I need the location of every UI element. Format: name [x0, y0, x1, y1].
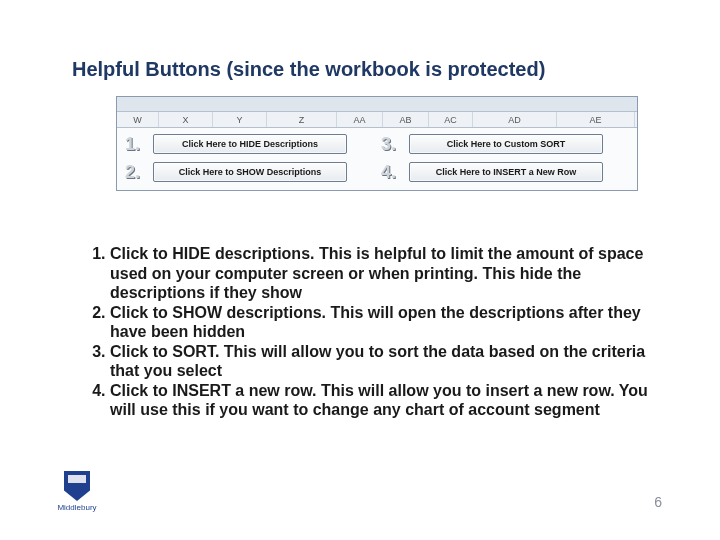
custom-sort-button[interactable]: Click Here to Custom SORT	[409, 134, 603, 154]
hide-descriptions-button[interactable]: Click Here to HIDE Descriptions	[153, 134, 347, 154]
instruction-1: Click to HIDE descriptions. This is help…	[110, 244, 669, 303]
page-number: 6	[654, 494, 662, 510]
logo-text: Middlebury	[52, 503, 102, 512]
label-1: 1.	[125, 134, 140, 155]
label-3: 3.	[381, 134, 396, 155]
shield-icon	[64, 471, 90, 501]
col-header: AA	[337, 112, 383, 127]
label-2: 2.	[125, 162, 140, 183]
instruction-4: Click to INSERT a new row. This will all…	[110, 381, 669, 420]
middlebury-logo: Middlebury	[52, 471, 102, 512]
page-title: Helpful Buttons (since the workbook is p…	[72, 58, 545, 81]
instruction-2: Click to SHOW descriptions. This will op…	[110, 303, 669, 342]
col-header: Z	[267, 112, 337, 127]
excel-grid: 1. 2. 3. 4. Click Here to HIDE Descripti…	[117, 128, 637, 190]
excel-screenshot: W X Y Z AA AB AC AD AE 1. 2. 3. 4. Click…	[116, 96, 638, 191]
col-header: Y	[213, 112, 267, 127]
col-header: X	[159, 112, 213, 127]
column-headers: W X Y Z AA AB AC AD AE	[117, 112, 637, 128]
col-header: W	[117, 112, 159, 127]
show-descriptions-button[interactable]: Click Here to SHOW Descriptions	[153, 162, 347, 182]
label-4: 4.	[381, 162, 396, 183]
col-header: AD	[473, 112, 557, 127]
col-header: AB	[383, 112, 429, 127]
col-header: AC	[429, 112, 473, 127]
col-header: AE	[557, 112, 635, 127]
instruction-3: Click to SORT. This will allow you to so…	[110, 342, 669, 381]
instructions-list: Click to HIDE descriptions. This is help…	[64, 244, 669, 420]
insert-row-button[interactable]: Click Here to INSERT a New Row	[409, 162, 603, 182]
excel-ribbon-area	[117, 97, 637, 112]
